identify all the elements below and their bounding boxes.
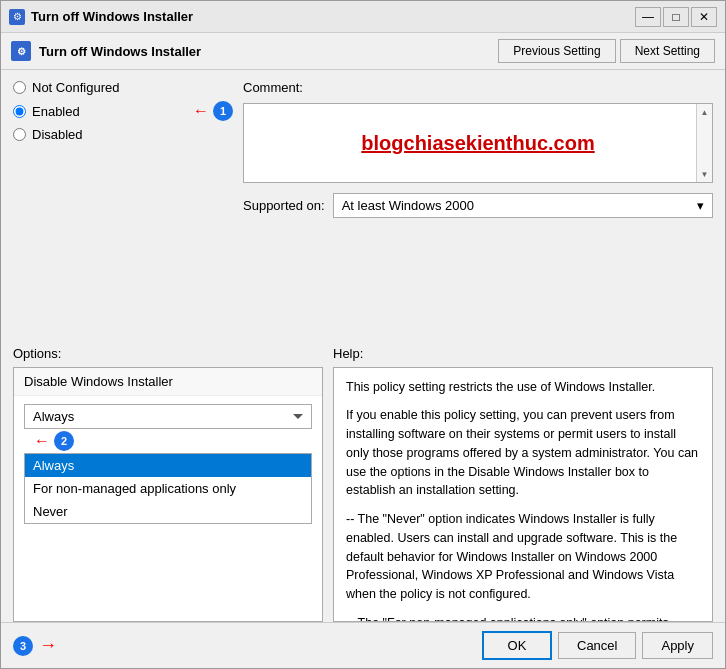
close-button[interactable]: ✕ [691,7,717,27]
options-help-labels: Options: Help: [1,346,725,361]
dropdown-list: Always For non-managed applications only… [24,453,312,524]
options-section-label: Options: [13,346,323,361]
toolbar-icon: ⚙ [11,41,31,61]
supported-value: At least Windows 2000 [342,198,474,213]
options-panel-title: Disable Windows Installer [14,368,322,396]
not-configured-label: Not Configured [32,80,119,95]
badge-3-container: 3 → [13,635,57,656]
help-panel: This policy setting restricts the use of… [333,367,713,623]
toolbar-title-area: ⚙ Turn off Windows Installer [11,41,201,61]
disabled-label: Disabled [32,127,83,142]
scroll-up-arrow[interactable]: ▲ [697,104,713,120]
badge-3: 3 [13,636,33,656]
footer-left: 3 → [13,635,476,656]
window-title: Turn off Windows Installer [31,9,193,24]
badge-2: 2 [54,431,74,451]
arrow-icon-3: → [39,635,57,656]
ok-button[interactable]: OK [482,631,552,660]
title-bar-left: ⚙ Turn off Windows Installer [9,9,193,25]
next-setting-button[interactable]: Next Setting [620,39,715,63]
window-icon: ⚙ [9,9,25,25]
comment-scrollbar: ▲ ▼ [696,104,712,182]
radio-group: Not Configured Enabled ← 1 Disabled [13,80,233,142]
scroll-down-arrow[interactable]: ▼ [697,166,713,182]
options-panel: Disable Windows Installer Always ← 2 Alw… [13,367,323,623]
dropdown-annotation: ← 2 [24,431,312,451]
dropdown-value: Always [33,409,74,424]
top-content: Not Configured Enabled ← 1 Disabled Co [1,70,725,346]
dropdown-header[interactable]: Always [24,404,312,429]
enabled-radio[interactable]: Enabled [13,104,189,119]
not-configured-input[interactable] [13,81,26,94]
dropdown-option-non-managed[interactable]: For non-managed applications only [25,477,311,500]
badge-1: 1 [213,101,233,121]
right-panel: Comment: blogchiasekienthuc.com ▲ ▼ Supp… [243,80,713,336]
arrow-icon-2: ← [34,432,50,450]
not-configured-radio[interactable]: Not Configured [13,80,233,95]
help-text-1: This policy setting restricts the use of… [346,378,700,397]
supported-row: Supported on: At least Windows 2000 ▾ [243,193,713,218]
dropdown-option-never[interactable]: Never [25,500,311,523]
toolbar-title-text: Turn off Windows Installer [39,44,201,59]
enabled-input[interactable] [13,105,26,118]
arrow-icon-1: ← [193,102,209,120]
toolbar: ⚙ Turn off Windows Installer Previous Se… [1,33,725,70]
dropdown-option-always[interactable]: Always [25,454,311,477]
help-section-label: Help: [333,346,713,361]
previous-setting-button[interactable]: Previous Setting [498,39,615,63]
minimize-button[interactable]: — [635,7,661,27]
supported-dropdown[interactable]: At least Windows 2000 ▾ [333,193,713,218]
main-window: ⚙ Turn off Windows Installer — □ ✕ ⚙ Tur… [0,0,726,669]
cancel-button[interactable]: Cancel [558,632,636,659]
enabled-label: Enabled [32,104,80,119]
comment-label: Comment: [243,80,713,95]
left-panel: Not Configured Enabled ← 1 Disabled [13,80,233,336]
comment-box: blogchiasekienthuc.com ▲ ▼ [243,103,713,183]
disabled-input[interactable] [13,128,26,141]
help-text-4: -- The "For non-managed applications onl… [346,614,700,622]
title-bar: ⚙ Turn off Windows Installer — □ ✕ [1,1,725,33]
comment-watermark: blogchiasekienthuc.com [361,132,594,155]
disabled-radio[interactable]: Disabled [13,127,233,142]
help-text-3: -- The "Never" option indicates Windows … [346,510,700,604]
dropdown-container: Always ← 2 Always For non-managed applic… [14,396,322,532]
title-controls: — □ ✕ [635,7,717,27]
main-panels: Disable Windows Installer Always ← 2 Alw… [1,367,725,623]
maximize-button[interactable]: □ [663,7,689,27]
supported-label: Supported on: [243,198,325,213]
help-text-2: If you enable this policy setting, you c… [346,406,700,500]
apply-button[interactable]: Apply [642,632,713,659]
footer: 3 → OK Cancel Apply [1,622,725,668]
chevron-down-icon: ▾ [697,198,704,213]
toolbar-buttons: Previous Setting Next Setting [498,39,715,63]
